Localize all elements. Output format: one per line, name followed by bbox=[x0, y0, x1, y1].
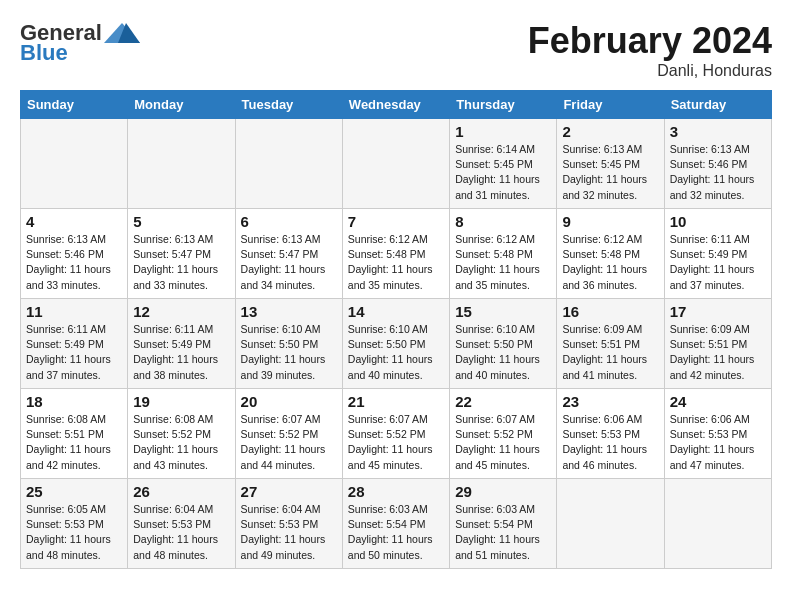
day-info: Sunrise: 6:10 AM Sunset: 5:50 PM Dayligh… bbox=[348, 322, 444, 383]
calendar-cell: 27Sunrise: 6:04 AM Sunset: 5:53 PM Dayli… bbox=[235, 479, 342, 569]
calendar-cell bbox=[235, 119, 342, 209]
day-number: 17 bbox=[670, 303, 766, 320]
calendar-week-row: 11Sunrise: 6:11 AM Sunset: 5:49 PM Dayli… bbox=[21, 299, 772, 389]
day-info: Sunrise: 6:08 AM Sunset: 5:52 PM Dayligh… bbox=[133, 412, 229, 473]
day-info: Sunrise: 6:07 AM Sunset: 5:52 PM Dayligh… bbox=[241, 412, 337, 473]
day-number: 1 bbox=[455, 123, 551, 140]
calendar-cell: 4Sunrise: 6:13 AM Sunset: 5:46 PM Daylig… bbox=[21, 209, 128, 299]
weekday-header-wednesday: Wednesday bbox=[342, 91, 449, 119]
day-info: Sunrise: 6:13 AM Sunset: 5:45 PM Dayligh… bbox=[562, 142, 658, 203]
calendar-cell: 11Sunrise: 6:11 AM Sunset: 5:49 PM Dayli… bbox=[21, 299, 128, 389]
day-info: Sunrise: 6:09 AM Sunset: 5:51 PM Dayligh… bbox=[670, 322, 766, 383]
calendar-cell: 14Sunrise: 6:10 AM Sunset: 5:50 PM Dayli… bbox=[342, 299, 449, 389]
day-info: Sunrise: 6:08 AM Sunset: 5:51 PM Dayligh… bbox=[26, 412, 122, 473]
day-number: 8 bbox=[455, 213, 551, 230]
day-number: 21 bbox=[348, 393, 444, 410]
day-info: Sunrise: 6:03 AM Sunset: 5:54 PM Dayligh… bbox=[455, 502, 551, 563]
day-info: Sunrise: 6:11 AM Sunset: 5:49 PM Dayligh… bbox=[133, 322, 229, 383]
day-info: Sunrise: 6:07 AM Sunset: 5:52 PM Dayligh… bbox=[348, 412, 444, 473]
calendar-cell bbox=[342, 119, 449, 209]
calendar-cell: 13Sunrise: 6:10 AM Sunset: 5:50 PM Dayli… bbox=[235, 299, 342, 389]
calendar-cell: 8Sunrise: 6:12 AM Sunset: 5:48 PM Daylig… bbox=[450, 209, 557, 299]
calendar-cell bbox=[128, 119, 235, 209]
page-header: General Blue February 2024 Danli, Hondur… bbox=[20, 20, 772, 80]
calendar-cell: 20Sunrise: 6:07 AM Sunset: 5:52 PM Dayli… bbox=[235, 389, 342, 479]
calendar-cell: 7Sunrise: 6:12 AM Sunset: 5:48 PM Daylig… bbox=[342, 209, 449, 299]
calendar-cell: 2Sunrise: 6:13 AM Sunset: 5:45 PM Daylig… bbox=[557, 119, 664, 209]
calendar-week-row: 1Sunrise: 6:14 AM Sunset: 5:45 PM Daylig… bbox=[21, 119, 772, 209]
day-number: 18 bbox=[26, 393, 122, 410]
day-number: 11 bbox=[26, 303, 122, 320]
day-info: Sunrise: 6:10 AM Sunset: 5:50 PM Dayligh… bbox=[455, 322, 551, 383]
day-number: 10 bbox=[670, 213, 766, 230]
calendar-week-row: 25Sunrise: 6:05 AM Sunset: 5:53 PM Dayli… bbox=[21, 479, 772, 569]
day-number: 23 bbox=[562, 393, 658, 410]
month-title: February 2024 bbox=[528, 20, 772, 62]
logo: General Blue bbox=[20, 20, 140, 66]
calendar-cell: 21Sunrise: 6:07 AM Sunset: 5:52 PM Dayli… bbox=[342, 389, 449, 479]
day-info: Sunrise: 6:13 AM Sunset: 5:46 PM Dayligh… bbox=[26, 232, 122, 293]
logo-blue: Blue bbox=[20, 40, 68, 66]
day-number: 25 bbox=[26, 483, 122, 500]
day-number: 15 bbox=[455, 303, 551, 320]
day-number: 5 bbox=[133, 213, 229, 230]
calendar-cell bbox=[664, 479, 771, 569]
calendar-cell: 10Sunrise: 6:11 AM Sunset: 5:49 PM Dayli… bbox=[664, 209, 771, 299]
calendar-cell: 29Sunrise: 6:03 AM Sunset: 5:54 PM Dayli… bbox=[450, 479, 557, 569]
calendar-week-row: 18Sunrise: 6:08 AM Sunset: 5:51 PM Dayli… bbox=[21, 389, 772, 479]
day-number: 22 bbox=[455, 393, 551, 410]
day-info: Sunrise: 6:14 AM Sunset: 5:45 PM Dayligh… bbox=[455, 142, 551, 203]
day-info: Sunrise: 6:06 AM Sunset: 5:53 PM Dayligh… bbox=[562, 412, 658, 473]
calendar-cell: 26Sunrise: 6:04 AM Sunset: 5:53 PM Dayli… bbox=[128, 479, 235, 569]
day-number: 24 bbox=[670, 393, 766, 410]
day-number: 16 bbox=[562, 303, 658, 320]
calendar-cell: 15Sunrise: 6:10 AM Sunset: 5:50 PM Dayli… bbox=[450, 299, 557, 389]
day-info: Sunrise: 6:06 AM Sunset: 5:53 PM Dayligh… bbox=[670, 412, 766, 473]
calendar-cell: 24Sunrise: 6:06 AM Sunset: 5:53 PM Dayli… bbox=[664, 389, 771, 479]
weekday-header-sunday: Sunday bbox=[21, 91, 128, 119]
calendar-cell bbox=[21, 119, 128, 209]
weekday-header-thursday: Thursday bbox=[450, 91, 557, 119]
calendar-cell: 28Sunrise: 6:03 AM Sunset: 5:54 PM Dayli… bbox=[342, 479, 449, 569]
day-info: Sunrise: 6:09 AM Sunset: 5:51 PM Dayligh… bbox=[562, 322, 658, 383]
calendar-cell: 3Sunrise: 6:13 AM Sunset: 5:46 PM Daylig… bbox=[664, 119, 771, 209]
day-info: Sunrise: 6:13 AM Sunset: 5:47 PM Dayligh… bbox=[133, 232, 229, 293]
weekday-header-tuesday: Tuesday bbox=[235, 91, 342, 119]
calendar-cell: 25Sunrise: 6:05 AM Sunset: 5:53 PM Dayli… bbox=[21, 479, 128, 569]
day-number: 14 bbox=[348, 303, 444, 320]
day-info: Sunrise: 6:07 AM Sunset: 5:52 PM Dayligh… bbox=[455, 412, 551, 473]
calendar-cell: 12Sunrise: 6:11 AM Sunset: 5:49 PM Dayli… bbox=[128, 299, 235, 389]
logo-icon bbox=[104, 21, 140, 45]
weekday-header-monday: Monday bbox=[128, 91, 235, 119]
day-number: 19 bbox=[133, 393, 229, 410]
day-number: 4 bbox=[26, 213, 122, 230]
day-number: 28 bbox=[348, 483, 444, 500]
day-info: Sunrise: 6:11 AM Sunset: 5:49 PM Dayligh… bbox=[670, 232, 766, 293]
title-block: February 2024 Danli, Honduras bbox=[528, 20, 772, 80]
day-info: Sunrise: 6:05 AM Sunset: 5:53 PM Dayligh… bbox=[26, 502, 122, 563]
day-info: Sunrise: 6:03 AM Sunset: 5:54 PM Dayligh… bbox=[348, 502, 444, 563]
day-info: Sunrise: 6:04 AM Sunset: 5:53 PM Dayligh… bbox=[133, 502, 229, 563]
day-info: Sunrise: 6:12 AM Sunset: 5:48 PM Dayligh… bbox=[348, 232, 444, 293]
day-info: Sunrise: 6:12 AM Sunset: 5:48 PM Dayligh… bbox=[455, 232, 551, 293]
calendar-cell: 19Sunrise: 6:08 AM Sunset: 5:52 PM Dayli… bbox=[128, 389, 235, 479]
day-number: 7 bbox=[348, 213, 444, 230]
day-info: Sunrise: 6:12 AM Sunset: 5:48 PM Dayligh… bbox=[562, 232, 658, 293]
day-info: Sunrise: 6:13 AM Sunset: 5:46 PM Dayligh… bbox=[670, 142, 766, 203]
calendar-cell: 22Sunrise: 6:07 AM Sunset: 5:52 PM Dayli… bbox=[450, 389, 557, 479]
day-number: 13 bbox=[241, 303, 337, 320]
day-info: Sunrise: 6:10 AM Sunset: 5:50 PM Dayligh… bbox=[241, 322, 337, 383]
calendar-cell: 17Sunrise: 6:09 AM Sunset: 5:51 PM Dayli… bbox=[664, 299, 771, 389]
day-number: 3 bbox=[670, 123, 766, 140]
calendar-table: SundayMondayTuesdayWednesdayThursdayFrid… bbox=[20, 90, 772, 569]
day-number: 12 bbox=[133, 303, 229, 320]
weekday-header-saturday: Saturday bbox=[664, 91, 771, 119]
calendar-cell: 16Sunrise: 6:09 AM Sunset: 5:51 PM Dayli… bbox=[557, 299, 664, 389]
day-number: 26 bbox=[133, 483, 229, 500]
calendar-cell bbox=[557, 479, 664, 569]
weekday-header-row: SundayMondayTuesdayWednesdayThursdayFrid… bbox=[21, 91, 772, 119]
calendar-cell: 5Sunrise: 6:13 AM Sunset: 5:47 PM Daylig… bbox=[128, 209, 235, 299]
day-number: 29 bbox=[455, 483, 551, 500]
day-number: 27 bbox=[241, 483, 337, 500]
day-number: 6 bbox=[241, 213, 337, 230]
